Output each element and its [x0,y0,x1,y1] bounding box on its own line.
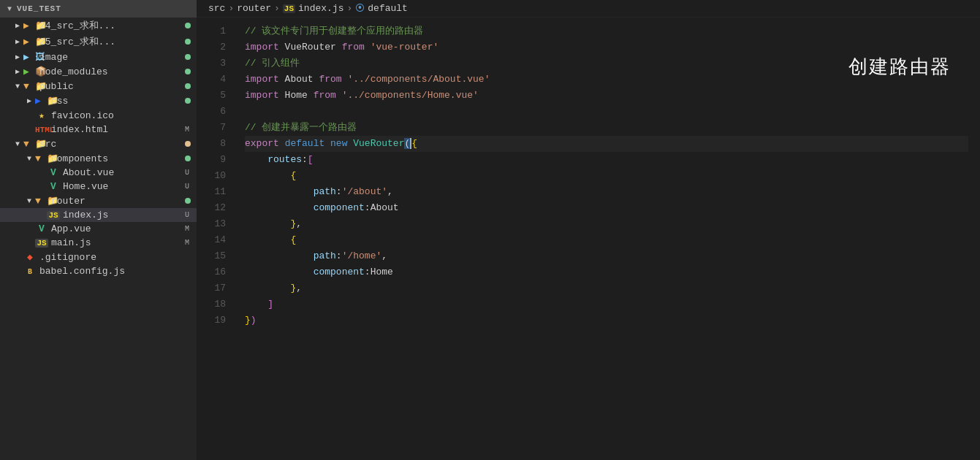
sidebar-item-css[interactable]: ▶▶ 📁css [0,93,197,108]
sidebar-item-node_modules[interactable]: ▶▶ 📦node_modules [0,64,197,79]
code-line-17: }, [245,280,968,296]
line-number-15: 15 [197,248,226,264]
line-number-9: 9 [197,152,226,168]
icon-index_html: HTML [35,124,48,135]
line-numbers: 12345678910111213141516171819 [197,18,233,460]
sidebar-item-src[interactable]: ▼▼ 📁src [0,137,197,151]
label-css: css [48,96,185,107]
sidebar-item-app_vue[interactable]: VApp.vueM [0,222,197,236]
breadcrumb-indexjs: index.js [298,3,343,14]
code-content[interactable]: // 该文件专门用于创建整个应用的路由器import VueRouter fro… [233,18,980,460]
dot-image [185,54,191,60]
sidebar-item-25_src[interactable]: ▶▶ 📁25_src_求和... [0,34,197,50]
token-import: import [245,42,279,53]
token-string: 'vue-router' [365,42,438,53]
token-normal: , [296,218,302,229]
token-normal [245,267,314,277]
arrow-node_modules: ▶ [12,67,23,76]
icon-node_modules: ▶ 📦 [23,66,37,77]
token-bracket: { [290,234,296,245]
token-normal: , [387,186,393,197]
breadcrumb-src: src [208,3,225,14]
breadcrumb-sym: ⦿ [355,3,365,14]
dot-src [185,141,191,147]
token-string: '../components/About.vue' [342,74,490,85]
label-home_vue: Home.vue [60,181,182,192]
editor-area: src › router › JS index.js › ⦿ default 1… [197,0,980,460]
token-normal: : [336,250,342,261]
sidebar-item-router[interactable]: ▼▼ 📁router [0,193,197,208]
arrow-image: ▶ [12,53,23,61]
token-prop: component [314,202,365,213]
line-number-14: 14 [197,232,226,248]
token-prop: path [314,250,336,261]
sidebar-item-main_js[interactable]: JSmain.jsM [0,236,197,250]
badge-home_vue: U [182,183,192,191]
token-normal: Home [279,90,314,101]
code-line-6 [245,104,968,120]
code-line-1: // 该文件专门用于创建整个应用的路由器 [245,23,968,39]
arrow-router: ▼ [23,197,35,205]
token-comment: // 该文件专门用于创建整个应用的路由器 [245,26,423,37]
dot-25_src [185,39,191,45]
line-number-1: 1 [197,23,226,39]
icon-home_vue: V [47,181,60,192]
token-string: '/home' [342,250,382,261]
sidebar-item-image[interactable]: ▶▶ 🖼image [0,50,197,64]
label-router: router [48,196,185,207]
line-number-8: 8 [197,136,226,152]
dot-components [185,156,191,161]
line-number-16: 16 [197,264,226,280]
token-keyword: new [330,138,347,149]
token-normal [245,283,290,294]
code-line-4: import About from '../components/About.v… [245,72,968,88]
breadcrumb-default: default [368,3,408,14]
code-line-9: routes:[ [245,152,968,168]
sidebar-item-favicon[interactable]: ★favicon.ico [0,108,197,123]
label-25_src: 25_src_求和... [37,35,185,48]
dot-24_src [185,23,191,28]
badge-about_vue: U [182,169,192,177]
token-comment: // 创建并暴露一个路由器 [245,122,357,133]
token-bracket: { [411,138,417,149]
token-normal: , [381,250,387,261]
icon-25_src: ▶ 📁 [23,36,37,47]
breadcrumb-js-icon: JS [283,4,295,13]
line-number-10: 10 [197,168,226,184]
sidebar-item-public[interactable]: ▼▼ 📁public [0,79,197,93]
line-number-3: 3 [197,55,226,72]
line-number-13: 13 [197,216,226,232]
sidebar-item-index_html[interactable]: HTMLindex.htmlM [0,123,197,137]
line-number-11: 11 [197,184,226,200]
icon-babel: B [23,266,37,277]
code-line-10: { [245,168,968,184]
breadcrumb-router: router [237,3,271,14]
token-bracket2: ] [267,299,273,310]
token-import: from [314,90,336,101]
sidebar-item-index_js[interactable]: JSindex.jsU [0,208,197,222]
dot-router [185,198,191,204]
file-tree: ▶▶ 📁24_src_求和...▶▶ 📁25_src_求和...▶▶ 🖼imag… [0,18,197,278]
sidebar-item-components[interactable]: ▼▼ 📁components [0,151,197,166]
icon-main_js: JS [35,237,48,248]
sidebar-item-home_vue[interactable]: VHome.vueU [0,180,197,193]
code-line-3: // 引入组件 [245,55,968,72]
token-import: from [342,42,365,53]
token-normal [245,170,290,181]
sidebar-item-gitignore[interactable]: ◆.gitignore [0,250,197,264]
token-bracket2: [ [308,154,314,165]
sidebar: ▼ VUE_TEST ▶▶ 📁24_src_求和...▶▶ 📁25_src_求和… [0,0,197,460]
label-node_modules: node_modules [37,66,185,77]
icon-public: ▼ 📁 [23,80,37,92]
token-normal: About [279,74,319,85]
sidebar-item-about_vue[interactable]: VAbout.vueU [0,166,197,180]
token-normal: VueRouter [279,42,342,53]
sidebar-item-babel[interactable]: Bbabel.config.js [0,264,197,278]
token-string: '../components/Home.vue' [336,90,479,101]
line-number-2: 2 [197,39,226,55]
icon-css: ▶ 📁 [35,95,48,107]
token-keyword: default [285,138,325,149]
token-normal: :Home [365,267,393,277]
badge-main_js: M [182,239,192,247]
sidebar-item-24_src[interactable]: ▶▶ 📁24_src_求和... [0,18,197,34]
